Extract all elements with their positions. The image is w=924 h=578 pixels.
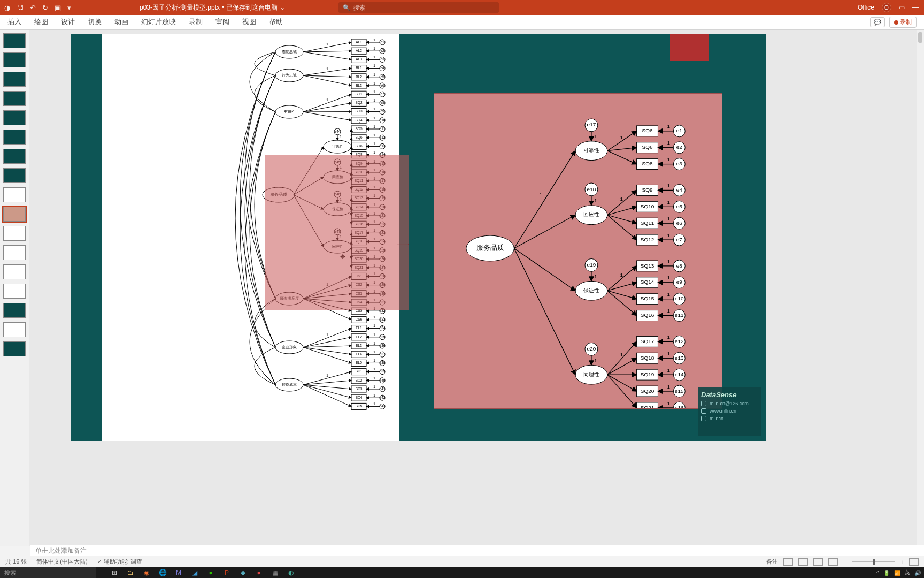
tab-draw[interactable]: 绘图 xyxy=(34,18,48,27)
app-icon[interactable]: ▦ xyxy=(267,568,282,577)
vertical-scrollbar[interactable] xyxy=(917,30,924,546)
ribbon-display-icon[interactable]: ▭ xyxy=(899,4,905,11)
wechat-icon[interactable]: ● xyxy=(203,568,218,577)
slide-thumb[interactable] xyxy=(3,52,26,67)
record-button[interactable]: 录制 xyxy=(889,17,917,28)
svg-text:企业形象: 企业形象 xyxy=(282,345,297,349)
vscode-icon[interactable]: ◢ xyxy=(187,568,202,577)
document-title[interactable]: p03-因子分析-测量模型.pptx • 已保存到这台电脑 ⌄ xyxy=(140,3,285,12)
powerpoint-icon[interactable]: P xyxy=(219,568,234,577)
autosave-icon[interactable]: ◑ xyxy=(4,4,10,12)
undo-icon[interactable]: ↶ xyxy=(30,4,36,12)
zoom-slider[interactable] xyxy=(852,561,895,562)
tray-chevron-icon[interactable]: ^ xyxy=(876,570,879,576)
ime-indicator[interactable]: 英 xyxy=(905,569,910,576)
notes-pane[interactable]: 单击此处添加备注 xyxy=(30,545,924,557)
tab-slideshow[interactable]: 幻灯片放映 xyxy=(141,18,176,27)
tab-view[interactable]: 视图 xyxy=(242,18,256,27)
search-box[interactable]: 🔍 搜索 xyxy=(338,2,499,13)
reading-view-icon[interactable] xyxy=(813,558,823,566)
svg-text:e3: e3 xyxy=(380,57,384,61)
app-icon[interactable]: ◐ xyxy=(283,568,298,577)
slide-thumb[interactable] xyxy=(3,264,26,279)
tab-transition[interactable]: 切换 xyxy=(88,18,102,27)
app-icon[interactable]: ● xyxy=(251,568,266,577)
svg-text:e13: e13 xyxy=(380,144,386,148)
comments-button[interactable]: 💬 xyxy=(870,17,885,27)
slide-thumb[interactable] xyxy=(3,91,26,106)
svg-text:SQ18: SQ18 xyxy=(641,355,654,361)
svg-text:e15: e15 xyxy=(675,388,684,394)
zoom-in-icon[interactable]: + xyxy=(900,559,904,565)
svg-line-383 xyxy=(607,151,637,164)
svg-text:1: 1 xyxy=(373,38,375,42)
svg-text:1: 1 xyxy=(373,393,375,397)
tab-review[interactable]: 审阅 xyxy=(215,18,229,27)
taskview-icon[interactable]: ⊞ xyxy=(107,568,122,577)
slide-thumb[interactable] xyxy=(3,130,26,144)
svg-text:SQ15: SQ15 xyxy=(641,295,654,301)
windows-taskbar: 搜索 ⊞ 🗀 ◉ 🌐 M ◢ ● P ◆ ● ▦ ◐ ^ 🔋 📶 英 🔊 xyxy=(0,567,924,578)
system-tray[interactable]: ^ 🔋 📶 英 🔊 xyxy=(873,569,924,576)
slide-thumb[interactable] xyxy=(3,303,26,318)
slide-thumb[interactable] xyxy=(3,284,26,299)
svg-text:1: 1 xyxy=(373,64,375,67)
chrome-icon[interactable]: 🌐 xyxy=(155,568,170,577)
notes-toggle[interactable]: ≐ 备注 xyxy=(760,558,778,566)
svg-text:SC4: SC4 xyxy=(356,396,363,399)
slide-thumb[interactable] xyxy=(3,226,26,241)
slide-thumb[interactable] xyxy=(3,341,26,356)
svg-line-344 xyxy=(303,347,351,363)
tray-icon[interactable]: 📶 xyxy=(894,570,900,576)
tab-help[interactable]: 帮助 xyxy=(269,18,283,27)
svg-text:1: 1 xyxy=(667,275,671,280)
svg-text:EL2: EL2 xyxy=(356,335,362,339)
taskbar-search[interactable]: 搜索 xyxy=(0,567,96,578)
tab-design[interactable]: 设计 xyxy=(61,18,75,27)
redo-icon[interactable]: ↻ xyxy=(42,4,48,12)
tab-animation[interactable]: 动画 xyxy=(114,18,128,27)
svg-text:1: 1 xyxy=(326,98,328,102)
slide-thumb[interactable] xyxy=(3,187,26,202)
slide-thumb[interactable] xyxy=(3,110,26,125)
save-icon[interactable]: 🖫 xyxy=(17,4,24,12)
svg-text:1: 1 xyxy=(350,133,352,136)
slideshow-icon[interactable]: ▣ xyxy=(55,4,61,12)
qat-more-icon[interactable]: ▾ xyxy=(67,4,71,12)
svg-text:SQ10: SQ10 xyxy=(641,203,654,209)
svg-text:1: 1 xyxy=(667,308,671,314)
svg-text:e7: e7 xyxy=(676,237,683,242)
slide-thumb[interactable] xyxy=(3,245,26,260)
slide-thumb[interactable] xyxy=(3,322,26,337)
tray-volume-icon[interactable]: 🔊 xyxy=(914,570,921,576)
svg-text:e42: e42 xyxy=(380,396,386,399)
user-avatar[interactable]: O xyxy=(882,3,891,12)
explorer-icon[interactable]: 🗀 xyxy=(123,568,138,577)
slide-thumb[interactable] xyxy=(3,33,26,48)
slide-thumb[interactable] xyxy=(3,168,26,183)
slide-thumbnail-panel[interactable] xyxy=(0,30,29,546)
language-indicator[interactable]: 简体中文(中国大陆) xyxy=(36,558,87,566)
tray-icon[interactable]: 🔋 xyxy=(883,570,890,576)
fit-window-icon[interactable] xyxy=(909,558,919,566)
tab-insert[interactable]: 插入 xyxy=(7,18,21,27)
sorter-view-icon[interactable] xyxy=(798,558,808,566)
app-icon[interactable]: M xyxy=(171,568,186,577)
normal-view-icon[interactable] xyxy=(783,558,793,566)
slide-canvas[interactable]: AL1e11AL2e21AL3e31BL1e41BL2e51BL3e61SQ1e… xyxy=(29,30,924,546)
svg-text:1: 1 xyxy=(373,116,375,120)
svg-text:SC5: SC5 xyxy=(356,404,363,408)
zoom-out-icon[interactable]: − xyxy=(843,559,846,565)
slide-thumb-selected[interactable] xyxy=(3,207,26,222)
browser-icon[interactable]: ◉ xyxy=(139,568,154,577)
svg-text:1: 1 xyxy=(373,98,375,102)
slide-thumb[interactable] xyxy=(3,72,26,87)
tab-record[interactable]: 录制 xyxy=(189,18,203,27)
svg-text:1: 1 xyxy=(539,192,542,197)
accessibility-check[interactable]: ✓ 辅助功能: 调查 xyxy=(97,558,142,566)
minimize-icon[interactable]: — xyxy=(912,4,919,11)
svg-text:e1: e1 xyxy=(380,40,384,44)
app-icon[interactable]: ◆ xyxy=(235,568,250,577)
slideshow-view-icon[interactable] xyxy=(828,558,838,566)
slide-thumb[interactable] xyxy=(3,149,26,164)
